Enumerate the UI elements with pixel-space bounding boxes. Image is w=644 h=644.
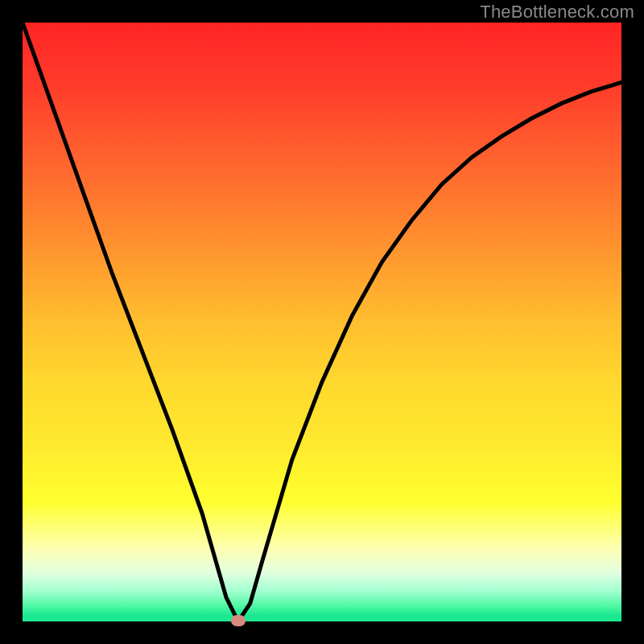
chart-container: TheBottleneck.com [0,0,644,644]
optimal-point-marker [231,615,246,626]
watermark: TheBottleneck.com [480,2,634,23]
bottleneck-curve [23,23,621,621]
plot-area [23,23,621,621]
